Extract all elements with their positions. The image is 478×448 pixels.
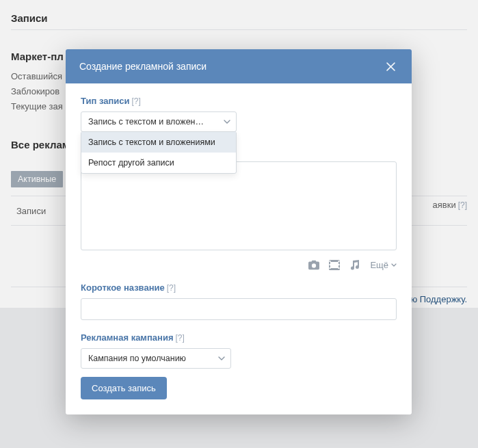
attach-photo-button[interactable] bbox=[308, 259, 319, 270]
post-type-select[interactable]: Запись с текстом и вложен… bbox=[81, 111, 237, 132]
svg-rect-5 bbox=[338, 261, 340, 262]
post-type-value: Запись с текстом и вложен… bbox=[88, 117, 217, 127]
svg-rect-2 bbox=[330, 261, 331, 262]
help-icon[interactable]: [?] bbox=[176, 333, 185, 343]
close-button[interactable] bbox=[383, 59, 398, 74]
attach-audio-button[interactable] bbox=[349, 259, 360, 270]
modal-title: Создание рекламной записи bbox=[79, 61, 383, 72]
short-name-label: Короткое название [?] bbox=[81, 282, 397, 293]
campaign-select[interactable]: Кампания по умолчанию bbox=[81, 348, 231, 369]
help-icon[interactable]: [?] bbox=[167, 283, 176, 293]
modal-header: Создание рекламной записи bbox=[66, 49, 412, 83]
attach-more-button[interactable]: Ещё bbox=[370, 260, 397, 270]
help-icon[interactable]: [?] bbox=[132, 96, 141, 106]
music-icon bbox=[350, 260, 360, 270]
campaign-label: Рекламная кампания [?] bbox=[81, 332, 397, 343]
post-body-textarea[interactable] bbox=[81, 161, 397, 250]
post-type-option-repost[interactable]: Репост другой записи bbox=[81, 153, 236, 173]
campaign-value: Кампания по умолчанию bbox=[88, 354, 211, 363]
create-ad-modal: Создание рекламной записи Тип записи [?]… bbox=[66, 49, 412, 414]
post-type-dropdown: Запись с текстом и вложениями Репост дру… bbox=[81, 131, 237, 174]
post-type-option-text[interactable]: Запись с текстом и вложениями bbox=[81, 132, 236, 153]
svg-rect-7 bbox=[338, 267, 340, 269]
short-name-input[interactable] bbox=[81, 298, 397, 320]
camera-icon bbox=[308, 260, 319, 270]
create-post-button[interactable]: Создать запись bbox=[81, 377, 167, 399]
chevron-down-icon bbox=[224, 118, 230, 125]
svg-rect-3 bbox=[330, 264, 331, 265]
close-icon bbox=[386, 62, 395, 71]
chevron-down-icon bbox=[218, 355, 225, 362]
attach-video-button[interactable] bbox=[329, 259, 340, 270]
chevron-down-icon bbox=[391, 263, 397, 267]
svg-rect-6 bbox=[338, 264, 340, 265]
svg-rect-4 bbox=[330, 267, 331, 269]
svg-rect-1 bbox=[330, 262, 338, 268]
post-type-label: Тип записи [?] bbox=[81, 96, 397, 106]
film-icon bbox=[329, 260, 340, 270]
